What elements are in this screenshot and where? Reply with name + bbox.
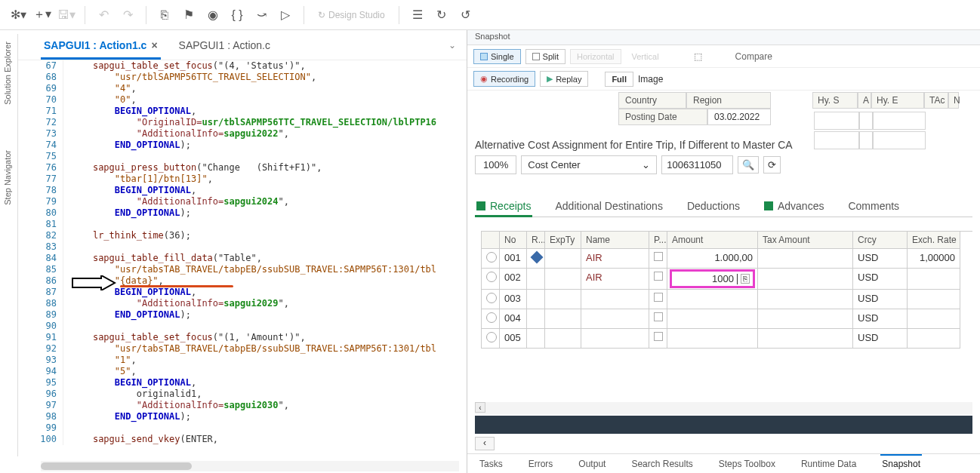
status-bar <box>475 416 972 434</box>
bottom-tab-errors[interactable]: Errors <box>527 456 555 472</box>
image-button[interactable]: Image <box>638 74 663 84</box>
grid-header: No R... ExpTy Name P... Amount Tax Amoun… <box>482 232 972 249</box>
clock1-icon[interactable]: ↻ <box>431 5 452 26</box>
editor-tabbar: SAPGUI1 : Action1.c× SAPGUI1 : Action.c … <box>18 30 467 60</box>
plus-menu-icon[interactable]: ＋▾ <box>32 5 53 26</box>
replay-button[interactable]: ▶Replay <box>540 71 588 87</box>
play-icon[interactable]: ▷ <box>275 5 296 26</box>
bottom-tab-tasks[interactable]: Tasks <box>478 456 504 472</box>
breakpoint-icon[interactable]: ⎘ <box>154 5 175 26</box>
snapshot-mode-toolbar: ◉Recording ▶Replay Full Image <box>467 68 980 91</box>
bottom-tabbar: TasksErrorsOutputSearch ResultsSteps Too… <box>467 453 980 473</box>
bottom-tab-steps-toolbox[interactable]: Steps Toolbox <box>717 456 777 472</box>
posting-date-value[interactable]: 03.02.2022 <box>707 109 771 125</box>
tab-receipts[interactable]: Receipts <box>475 195 532 217</box>
table-row[interactable]: 003USD <box>482 290 972 309</box>
code-panel: SAPGUI1 : Action1.c× SAPGUI1 : Action.c … <box>18 30 467 473</box>
back-button[interactable]: ‹ <box>475 437 495 450</box>
posting-date-label: Posting Date <box>618 109 707 125</box>
amount-input-highlighted[interactable]: 1000⎘ <box>670 269 755 288</box>
checkbox[interactable] <box>654 312 663 321</box>
hye-label: Hy. E <box>871 92 924 109</box>
checkbox[interactable] <box>654 272 663 281</box>
n-label: N <box>948 92 959 109</box>
solution-explorer-tab[interactable]: Solution Explorer <box>0 34 15 112</box>
snapshot-panel: Snapshot Single Split Horizontal Vertica… <box>467 30 980 473</box>
a-label: A <box>858 92 871 109</box>
table-row[interactable]: 005USD <box>482 329 972 349</box>
braces-icon[interactable]: { } <box>227 5 248 26</box>
single-view-button[interactable]: Single <box>473 49 521 64</box>
search-help-icon[interactable]: 🔍 <box>738 156 759 174</box>
svg-marker-0 <box>72 275 115 290</box>
row-radio[interactable] <box>486 293 497 303</box>
redo-icon[interactable]: ↷ <box>117 5 138 26</box>
bottom-tab-snapshot[interactable]: Snapshot <box>880 454 922 472</box>
left-sidebar: Solution Explorer Step Navigator <box>0 34 18 456</box>
right-headers: Hy. S A Hy. E TAc N <box>812 92 959 109</box>
country-label: Country <box>618 92 686 109</box>
record-icon[interactable]: ◉ <box>202 5 223 26</box>
hys-label: Hy. S <box>812 92 858 109</box>
checkbox[interactable] <box>654 252 663 261</box>
value-help-icon[interactable]: ⎘ <box>741 274 750 284</box>
step-navigator-tab[interactable]: Step Navigator <box>0 143 15 213</box>
design-studio-button[interactable]: ↻Design Studio <box>312 10 391 20</box>
cost-center-select[interactable]: Cost Center⌄ <box>521 155 657 174</box>
tab-comments[interactable]: Comments <box>846 195 901 217</box>
checkbox[interactable] <box>654 332 663 341</box>
cost-center-value[interactable]: 1006311050 <box>661 155 733 174</box>
clock2-icon[interactable]: ↺ <box>455 5 476 26</box>
recording-button[interactable]: ◉Recording <box>473 71 535 87</box>
table-row[interactable]: 002AIR1000⎘USD <box>482 269 972 290</box>
app-hscroll[interactable]: ‹ <box>475 402 972 414</box>
step-over-icon[interactable]: ⤻ <box>251 5 272 26</box>
save-icon[interactable]: 🖫▾ <box>56 5 77 26</box>
table-row[interactable]: 001AIR1.000,00USD1,00000 <box>482 249 972 269</box>
undo-icon[interactable]: ↶ <box>93 5 114 26</box>
chevron-down-icon: ⌄ <box>642 159 650 170</box>
tab-additional-destinations[interactable]: Additional Destinations <box>553 195 664 217</box>
row-radio[interactable] <box>486 312 497 323</box>
row-radio[interactable] <box>486 332 497 342</box>
zoom-level[interactable]: 100% <box>475 155 516 174</box>
scroll-left-icon[interactable]: ‹ <box>475 402 485 413</box>
region-label: Region <box>686 92 771 109</box>
tab-deductions[interactable]: Deductions <box>686 195 741 217</box>
list-icon[interactable]: ☰ <box>407 5 428 26</box>
line-gutter: 6768697071727374757677787980818283848586… <box>26 60 63 445</box>
row-radio[interactable] <box>486 272 497 282</box>
receipts-grid: No R... ExpTy Name P... Amount Tax Amoun… <box>481 231 972 349</box>
bottom-tab-runtime-data[interactable]: Runtime Data <box>800 456 858 472</box>
editor-hscroll[interactable] <box>41 461 459 471</box>
bottom-tab-output[interactable]: Output <box>577 456 607 472</box>
underline-annotation <box>120 285 233 287</box>
compare-label[interactable]: Compare <box>731 51 777 62</box>
tab-dropdown-icon[interactable]: ⌄ <box>445 37 459 54</box>
tac-label: TAc <box>924 92 948 109</box>
tab-advances[interactable]: Advances <box>763 195 825 217</box>
receipt-tabs: Receipts Additional Destinations Deducti… <box>475 195 972 217</box>
bottom-tab-search-results[interactable]: Search Results <box>630 456 694 472</box>
flag-icon[interactable]: ⚑ <box>178 5 199 26</box>
cost-row: 100% Cost Center⌄ 1006311050 🔍 ⟳ <box>475 155 972 174</box>
code-content[interactable]: sapgui_table_set_focus("(4, 'Status')", … <box>71 60 467 445</box>
table-row[interactable]: 004USD <box>482 309 972 329</box>
diamond-icon <box>531 251 544 264</box>
snapshot-view-toolbar: Single Split Horizontal Vertical ⬚ Compa… <box>467 45 980 68</box>
snapshot-title: Snapshot <box>467 30 980 45</box>
full-button[interactable]: Full <box>605 72 633 87</box>
asterisk-menu-icon[interactable]: ✻▾ <box>8 5 29 26</box>
row-radio[interactable] <box>486 252 497 263</box>
checkbox[interactable] <box>654 293 663 302</box>
horizontal-view-button: Horizontal <box>570 49 621 64</box>
close-icon[interactable]: × <box>151 39 157 51</box>
split-view-button[interactable]: Split <box>525 49 566 64</box>
vertical-view-button: Vertical <box>626 50 665 63</box>
main-toolbar: ✻▾ ＋▾ 🖫▾ ↶ ↷ ⎘ ⚑ ◉ { } ⤻ ▷ ↻Design Studi… <box>0 0 980 30</box>
code-editor[interactable]: 6768697071727374757677787980818283848586… <box>18 60 467 473</box>
tab-action[interactable]: SAPGUI1 : Action.c <box>176 32 273 59</box>
sync-icon[interactable]: ⬚ <box>689 51 707 62</box>
refresh-icon[interactable]: ⟳ <box>763 156 781 174</box>
tab-action1[interactable]: SAPGUI1 : Action1.c× <box>41 32 161 59</box>
